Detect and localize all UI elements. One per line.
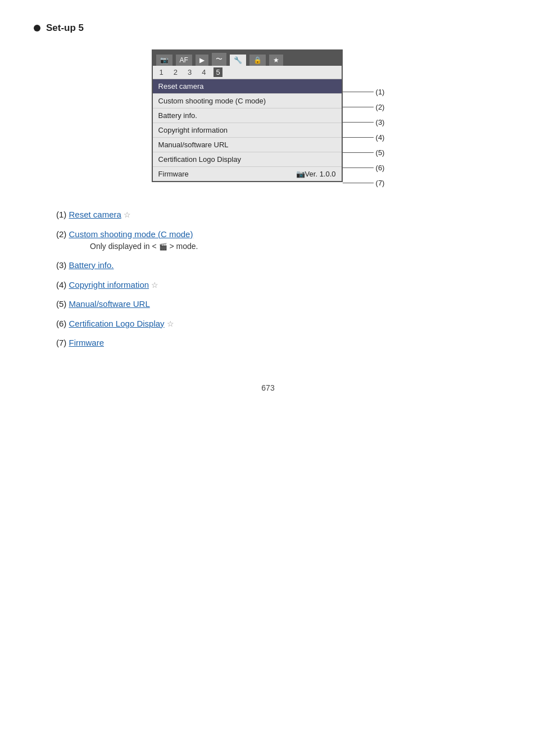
ann-line-4: [343, 137, 374, 138]
star-icon-6: ☆: [167, 319, 174, 328]
list-item-6: (6) Certification Logo Display ☆: [56, 318, 502, 331]
menu-item-2-label: Custom shooting mode (C mode): [158, 97, 266, 105]
annotation-lines: (1) (2) (3) (4) (5) (6) (7): [343, 49, 385, 191]
link-reset-camera[interactable]: Reset camera: [69, 210, 121, 219]
link-custom-mode[interactable]: Custom shooting mode (C mode): [69, 229, 193, 239]
page-title: Set-up 5: [34, 22, 502, 34]
title-text: Set-up 5: [46, 22, 84, 34]
list-item-3: (3) Battery info.: [56, 259, 502, 272]
ann-row-4: (4): [343, 130, 385, 145]
link-certification[interactable]: Certification Logo Display: [69, 319, 165, 328]
list-item-7-number: (7): [56, 338, 69, 347]
menu-screenshot-area: 📷 AF ▶ 〜 🔧 🔒 ★: [34, 49, 502, 191]
link-manual-url[interactable]: Manual/software URL: [69, 299, 150, 309]
ann-row-3: (3): [343, 115, 385, 130]
list-item-1: (1) Reset camera ☆: [56, 209, 502, 221]
menu-item-1-label: Reset camera: [158, 82, 204, 90]
list-item-1-number: (1): [56, 210, 69, 219]
list-item-2-subtext: Only displayed in < 🎬 > mode.: [90, 241, 502, 252]
menu-box: 📷 AF ▶ 〜 🔧 🔒 ★: [152, 49, 343, 182]
ann-label-6: (6): [376, 164, 385, 172]
ann-row-7: (7): [343, 175, 385, 191]
tab-camera[interactable]: 📷: [156, 55, 172, 66]
menu-tabs: 📷 AF ▶ 〜 🔧 🔒 ★: [153, 51, 342, 66]
list-item-3-number: (3): [56, 260, 69, 270]
bullet-icon: [34, 25, 40, 31]
list-item-7: (7) Firmware: [56, 337, 502, 350]
ann-line-6: [343, 168, 374, 168]
subtab-3[interactable]: 3: [185, 67, 194, 77]
menu-subtabs: 1 2 3 4 5: [153, 66, 342, 79]
af-icon: AF: [180, 56, 188, 64]
list-item-6-number: (6): [56, 319, 69, 328]
menu-item-7[interactable]: Firmware 📷Ver. 1.0.0: [153, 167, 342, 181]
list-item-2: (2) Custom shooting mode (C mode) Only d…: [56, 228, 502, 253]
star-icon-1: ☆: [124, 210, 131, 219]
ann-row-1: (1): [343, 84, 385, 99]
list-item-5: (5) Manual/software URL: [56, 298, 502, 311]
ann-line-7: [343, 183, 374, 183]
menu-container: 📷 AF ▶ 〜 🔧 🔒 ★: [152, 49, 343, 182]
ann-label-5: (5): [376, 148, 385, 157]
playback-icon: ▶: [199, 56, 205, 64]
menu-item-7-value: 📷Ver. 1.0.0: [296, 170, 336, 178]
list-item-4: (4) Copyright information ☆: [56, 279, 502, 292]
star-icon-4: ☆: [151, 280, 158, 289]
menu-item-2[interactable]: Custom shooting mode (C mode): [153, 94, 342, 108]
list-item-5-number: (5): [56, 299, 69, 309]
lock-icon: 🔒: [253, 56, 262, 64]
menu-item-6-label: Certification Logo Display: [158, 155, 241, 164]
ann-line-5: [343, 152, 374, 153]
ann-label-3: (3): [376, 118, 385, 126]
ann-label-2: (2): [376, 103, 385, 111]
menu-item-3[interactable]: Battery info.: [153, 108, 342, 123]
menu-item-4-label: Copyright information: [158, 126, 228, 134]
menu-item-5[interactable]: Manual/software URL: [153, 138, 342, 152]
list-item-2-number: (2): [56, 229, 69, 239]
ann-row-5: (5): [343, 145, 385, 160]
ann-row-2: (2): [343, 99, 385, 115]
camera-icon: 📷: [160, 56, 169, 64]
ann-line-2: [343, 107, 374, 107]
ann-label-7: (7): [376, 179, 385, 187]
tab-setup[interactable]: 🔧: [230, 55, 246, 66]
ann-row-6: (6): [343, 160, 385, 175]
ann-label-1: (1): [376, 88, 385, 96]
tab-lock[interactable]: 🔒: [249, 55, 266, 66]
subtab-2[interactable]: 2: [171, 67, 180, 77]
tab-star[interactable]: ★: [269, 55, 283, 66]
ann-label-4: (4): [376, 133, 385, 142]
tab-custom[interactable]: 〜: [212, 53, 226, 66]
tab-af[interactable]: AF: [176, 55, 192, 66]
link-copyright[interactable]: Copyright information: [69, 280, 149, 289]
star-tab-icon: ★: [273, 56, 279, 64]
wrench-icon: 🔧: [234, 56, 242, 64]
menu-item-4[interactable]: Copyright information: [153, 123, 342, 138]
items-list: (1) Reset camera ☆ (2) Custom shooting m…: [56, 209, 502, 350]
page-number: 673: [34, 383, 502, 392]
menu-item-6[interactable]: Certification Logo Display: [153, 152, 342, 167]
tab-playback[interactable]: ▶: [196, 55, 208, 66]
link-firmware[interactable]: Firmware: [69, 338, 105, 347]
menu-item-3-label: Battery info.: [158, 111, 197, 120]
menu-items: Reset camera Custom shooting mode (C mod…: [153, 79, 342, 181]
ann-line-1: [343, 92, 374, 92]
list-item-4-number: (4): [56, 280, 69, 289]
menu-item-7-label: Firmware: [158, 170, 189, 178]
ann-line-3: [343, 122, 374, 123]
subtab-5[interactable]: 5: [214, 67, 222, 77]
subtab-1[interactable]: 1: [157, 67, 166, 77]
custom-icon: 〜: [216, 55, 222, 63]
subtab-4[interactable]: 4: [199, 67, 208, 77]
menu-item-5-label: Manual/software URL: [158, 141, 229, 149]
link-battery-info[interactable]: Battery info.: [69, 260, 114, 270]
menu-item-1[interactable]: Reset camera: [153, 79, 342, 94]
